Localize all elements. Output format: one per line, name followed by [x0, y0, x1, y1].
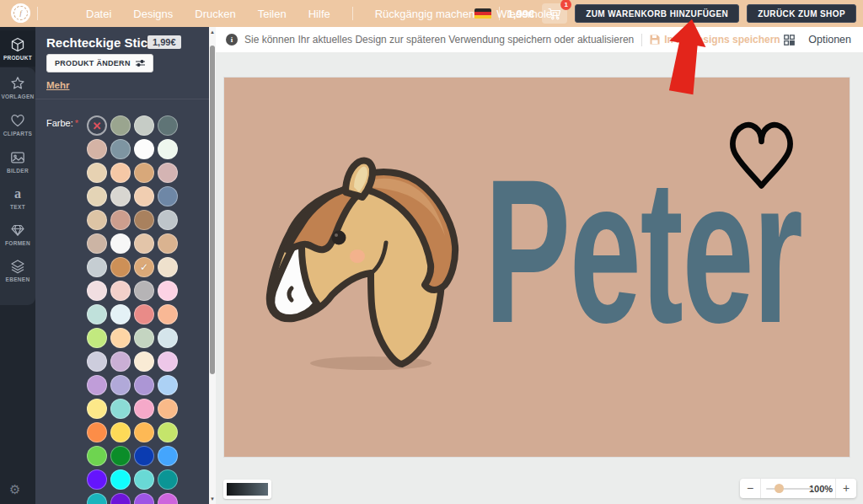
color-swatch[interactable]	[87, 446, 107, 466]
color-swatch[interactable]	[87, 281, 107, 301]
color-swatch[interactable]	[158, 446, 178, 466]
color-swatch[interactable]	[158, 233, 178, 254]
color-swatch[interactable]	[134, 469, 154, 490]
color-swatch[interactable]	[158, 186, 178, 206]
color-swatch[interactable]	[87, 186, 107, 206]
horse-clipart[interactable]	[258, 155, 470, 371]
sidebar-item-formen[interactable]: FORMEN	[0, 216, 35, 252]
color-swatch[interactable]	[134, 233, 154, 254]
color-swatch[interactable]	[134, 351, 154, 372]
color-swatch[interactable]	[110, 328, 131, 348]
color-swatch[interactable]	[110, 186, 131, 206]
color-swatch[interactable]	[134, 328, 154, 348]
save-to-mydesigns-link[interactable]: In MyDesigns speichern	[650, 34, 780, 46]
color-swatch[interactable]	[110, 281, 131, 301]
menu-teilen[interactable]: Teilen	[258, 8, 287, 20]
color-swatch[interactable]	[87, 328, 107, 348]
color-swatch[interactable]	[87, 399, 107, 419]
menu-drucken[interactable]: Drucken	[195, 8, 235, 20]
color-swatch[interactable]	[87, 210, 107, 230]
canvas-viewport[interactable]: Peter − 100% +	[216, 52, 863, 504]
sticker-canvas[interactable]: Peter	[224, 78, 850, 457]
cart-button[interactable]: 1	[542, 3, 567, 24]
zoom-out-button[interactable]: −	[740, 479, 760, 498]
color-swatch[interactable]	[87, 163, 107, 183]
zoom-slider[interactable]	[766, 479, 807, 498]
color-swatch[interactable]	[110, 399, 131, 419]
color-swatch[interactable]	[134, 115, 154, 136]
add-to-cart-button[interactable]: ZUM WARENKORB HINZUFÜGEN	[575, 4, 739, 23]
color-swatch[interactable]	[158, 115, 178, 136]
color-swatch[interactable]	[110, 351, 131, 372]
color-swatch[interactable]	[87, 493, 107, 504]
undo-button[interactable]: Rückgängig machen	[375, 8, 475, 20]
color-swatch[interactable]	[158, 210, 178, 230]
menu-datei[interactable]: Datei	[86, 8, 111, 20]
color-swatch[interactable]	[158, 493, 178, 504]
color-swatch[interactable]	[158, 281, 178, 301]
color-swatch[interactable]	[158, 304, 178, 324]
color-swatch[interactable]	[87, 304, 107, 324]
color-swatch[interactable]	[158, 139, 178, 159]
color-swatch[interactable]	[134, 186, 154, 206]
panel-scrollbar[interactable]: ▲ ▼	[209, 27, 216, 504]
zoom-in-button[interactable]: +	[836, 479, 856, 498]
color-swatch[interactable]	[110, 139, 131, 159]
color-swatch[interactable]	[110, 233, 131, 254]
color-swatch[interactable]	[134, 422, 154, 442]
app-logo[interactable]: f	[11, 3, 30, 23]
more-link[interactable]: Mehr	[46, 80, 69, 90]
sidebar-item-produkt[interactable]: PRODUKT	[0, 30, 35, 67]
color-swatch[interactable]: ✓	[134, 257, 154, 277]
menu-designs[interactable]: Designs	[133, 8, 173, 20]
color-swatch[interactable]	[158, 399, 178, 419]
color-swatch[interactable]	[110, 375, 131, 395]
grid-options-icon[interactable]	[784, 35, 795, 46]
color-swatch[interactable]	[87, 257, 107, 277]
color-swatch[interactable]	[134, 446, 154, 466]
color-swatch[interactable]	[158, 257, 178, 277]
swatch-none[interactable]: ✕	[87, 115, 107, 136]
color-swatch[interactable]	[158, 351, 178, 372]
color-swatch[interactable]	[110, 469, 131, 490]
options-button[interactable]: Optionen	[808, 34, 851, 46]
color-swatch[interactable]	[158, 422, 178, 442]
color-swatch[interactable]	[134, 304, 154, 324]
zoom-slider-knob[interactable]	[775, 484, 784, 493]
color-swatch[interactable]	[134, 139, 154, 159]
scroll-up-icon[interactable]: ▲	[209, 29, 216, 35]
color-swatch[interactable]	[158, 328, 178, 348]
color-swatch[interactable]	[110, 257, 131, 277]
color-swatch[interactable]	[110, 304, 131, 324]
color-swatch[interactable]	[110, 446, 131, 466]
color-swatch[interactable]	[134, 210, 154, 230]
heart-clipart[interactable]	[721, 121, 802, 195]
scrollbar-thumb[interactable]	[210, 46, 215, 374]
color-swatch[interactable]	[87, 233, 107, 254]
language-flag-german[interactable]	[474, 8, 491, 19]
color-swatch[interactable]	[87, 469, 107, 490]
sidebar-item-text[interactable]: a TEXT	[0, 180, 35, 216]
color-swatch[interactable]	[87, 375, 107, 395]
color-swatch[interactable]	[87, 139, 107, 159]
sidebar-item-bilder[interactable]: BILDER	[0, 143, 35, 180]
color-swatch[interactable]	[87, 422, 107, 442]
gradient-preview-chip[interactable]	[223, 480, 271, 499]
color-swatch[interactable]	[110, 115, 131, 136]
color-swatch[interactable]	[110, 493, 131, 504]
color-swatch[interactable]	[158, 469, 178, 490]
color-swatch[interactable]	[87, 351, 107, 372]
color-swatch[interactable]	[134, 163, 154, 183]
color-swatch[interactable]	[110, 210, 131, 230]
color-swatch[interactable]	[134, 375, 154, 395]
gear-icon[interactable]: ⚙	[9, 482, 20, 497]
sidebar-item-ebenen[interactable]: EBENEN	[0, 252, 35, 288]
color-swatch[interactable]	[158, 163, 178, 183]
color-swatch[interactable]	[134, 281, 154, 301]
zoom-slider-track[interactable]	[766, 488, 813, 490]
sidebar-item-cliparts[interactable]: CLIPARTS	[0, 106, 35, 142]
color-swatch[interactable]	[134, 493, 154, 504]
change-product-button[interactable]: PRODUKT ÄNDERN	[46, 54, 153, 72]
scroll-down-icon[interactable]: ▼	[209, 496, 216, 501]
menu-hilfe[interactable]: Hilfe	[308, 8, 330, 20]
